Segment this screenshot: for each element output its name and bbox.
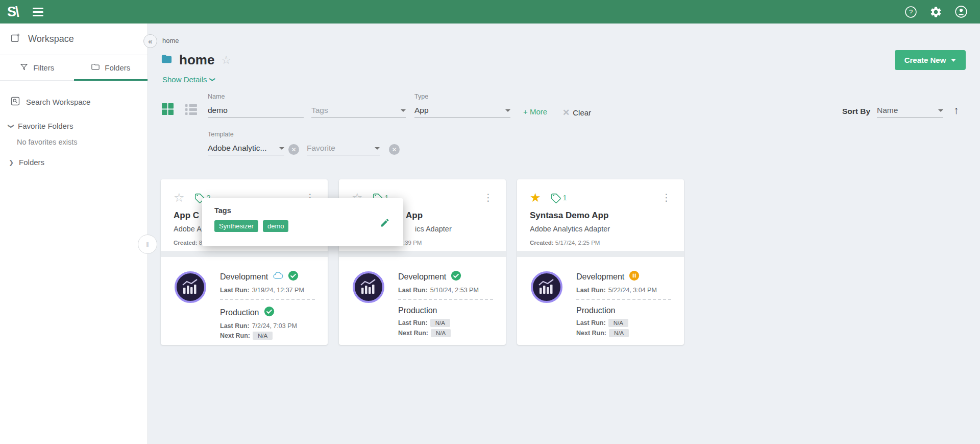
chevron-down-icon xyxy=(279,147,284,150)
create-new-button[interactable]: Create New xyxy=(895,50,966,70)
next-run-value: N/A xyxy=(431,329,451,337)
env-divider xyxy=(220,299,315,300)
page-title: home xyxy=(179,52,214,68)
more-filters-button[interactable]: + More xyxy=(523,107,547,116)
star-filled-icon[interactable]: ★ xyxy=(530,192,541,204)
star-icon[interactable]: ☆ xyxy=(174,192,185,204)
status-ok-icon xyxy=(264,306,275,319)
sidebar-collapse-button[interactable]: « xyxy=(143,34,157,48)
template-field-label: Template xyxy=(208,131,284,138)
tags-placeholder: Tags xyxy=(311,106,328,115)
filter-type-field: Type App xyxy=(414,93,510,118)
card-divider-band xyxy=(339,251,506,257)
tag-count-badge[interactable]: 1 xyxy=(551,193,567,203)
edit-tags-icon[interactable] xyxy=(380,218,390,230)
tag-count: 1 xyxy=(563,194,567,202)
favorite-star-icon[interactable]: ☆ xyxy=(221,55,231,66)
app-card[interactable]: ★ 1 ⋮ Syntasa Demo App Adobe Analytics A… xyxy=(517,179,684,345)
tab-folders[interactable]: Folders xyxy=(74,55,148,80)
funnel-icon xyxy=(19,62,29,73)
sort-by-value: Name xyxy=(877,106,898,115)
env-name: Production xyxy=(220,308,259,317)
card-subtitle: Adobe Analytics Adapter xyxy=(530,225,671,233)
last-run-value: 7/2/24, 7:03 PM xyxy=(252,322,297,330)
filter-name-field: Name xyxy=(208,93,304,118)
app-root: S\ ? Workspace Filt xyxy=(0,0,980,444)
workspace-header: Workspace xyxy=(0,24,148,55)
env-name: Production xyxy=(576,306,616,315)
last-run-label: Last Run: xyxy=(576,287,606,294)
topbar-actions: ? xyxy=(904,5,968,18)
sort-by-select[interactable]: Name xyxy=(877,104,943,118)
chevron-right-icon: ❯ xyxy=(9,159,14,166)
card-title: Syntasa Demo App xyxy=(530,211,671,221)
remove-template-filter-icon[interactable]: ✕ xyxy=(288,144,299,155)
remove-favorite-filter-icon[interactable]: ✕ xyxy=(389,144,400,155)
last-run-value: 5/22/24, 3:04 PM xyxy=(608,287,657,294)
chevron-down-icon: ❯ xyxy=(209,77,216,82)
last-run-label: Last Run: xyxy=(220,322,250,330)
type-field-label: Type xyxy=(414,93,510,101)
syntasa-logo[interactable]: S\ xyxy=(7,4,18,20)
next-run-value: N/A xyxy=(609,329,629,337)
filter-template-field: Template Adobe Analytic... xyxy=(208,131,284,155)
folder-icon xyxy=(161,53,173,67)
last-run-label: Last Run: xyxy=(398,319,428,326)
app-logo xyxy=(531,271,562,305)
chevron-down-icon xyxy=(951,59,956,62)
list-view-icon[interactable] xyxy=(185,104,197,117)
last-run-value: 3/19/24, 12:37 PM xyxy=(252,287,304,294)
chevron-down-icon xyxy=(505,109,510,112)
type-filter-select[interactable]: App xyxy=(414,104,510,118)
favorite-placeholder: Favorite xyxy=(307,144,335,153)
tab-filters[interactable]: Filters xyxy=(0,55,74,80)
grid-view-icon[interactable] xyxy=(162,103,174,117)
page-title-row: home ☆ xyxy=(161,52,231,68)
search-workspace[interactable]: Search Workspace xyxy=(10,96,148,108)
gear-icon[interactable] xyxy=(929,6,942,18)
workspace-title: Workspace xyxy=(28,34,74,44)
next-run-label: Next Run: xyxy=(220,332,250,339)
template-filter-select[interactable]: Adobe Analytic... xyxy=(208,142,284,155)
card-menu-icon[interactable]: ⋮ xyxy=(483,193,493,202)
no-favorites-text: No favorites exists xyxy=(17,138,148,146)
show-details-link[interactable]: Show Details ❯ xyxy=(162,75,215,84)
card-menu-icon[interactable]: ⋮ xyxy=(662,193,671,202)
clear-filters-button[interactable]: ✕ Clear xyxy=(562,107,591,118)
sort-by-label: Sort By xyxy=(842,107,870,116)
next-run-label: Next Run: xyxy=(576,330,606,337)
tag-chip: demo xyxy=(263,220,289,232)
filter-favorite-field: Favorite xyxy=(307,131,380,155)
svg-text:?: ? xyxy=(909,8,913,15)
favorite-folders-node[interactable]: ❯ Favorite Folders xyxy=(9,122,148,130)
sidebar-tabs: Filters Folders xyxy=(0,55,148,81)
created-value: 5/17/24, 2:25 PM xyxy=(555,240,600,246)
breadcrumb[interactable]: home xyxy=(162,37,179,44)
name-filter-input[interactable] xyxy=(208,106,304,115)
top-app-bar: S\ ? xyxy=(0,0,980,24)
created-label: Created: xyxy=(174,240,198,246)
tags-filter-select[interactable]: Tags xyxy=(311,104,406,118)
card-divider-band xyxy=(517,251,684,257)
favorite-filter-select[interactable]: Favorite xyxy=(307,142,380,155)
app-logo xyxy=(353,271,384,305)
menu-icon[interactable] xyxy=(33,8,43,16)
chevron-down-icon xyxy=(938,109,943,112)
show-details-label: Show Details xyxy=(162,75,207,84)
status-ok-icon xyxy=(451,270,461,283)
account-icon[interactable] xyxy=(954,5,968,18)
env-name: Production xyxy=(398,306,437,315)
close-icon: ✕ xyxy=(562,107,570,118)
last-run-value: N/A xyxy=(608,319,628,327)
sort-ascending-icon[interactable]: ↑ xyxy=(953,104,959,116)
sidebar-resize-handle[interactable]: ‖ xyxy=(138,235,157,254)
env-name: Development xyxy=(220,272,268,282)
sort-by-field: Name xyxy=(877,93,943,118)
filter-tags-field: Tags xyxy=(311,93,406,118)
next-run-value: N/A xyxy=(253,332,273,340)
env-name: Development xyxy=(398,272,446,282)
env-name: Development xyxy=(576,272,624,282)
clear-label: Clear xyxy=(573,108,591,117)
folders-node[interactable]: ❯ Folders xyxy=(9,158,148,167)
help-icon[interactable]: ? xyxy=(904,6,917,18)
